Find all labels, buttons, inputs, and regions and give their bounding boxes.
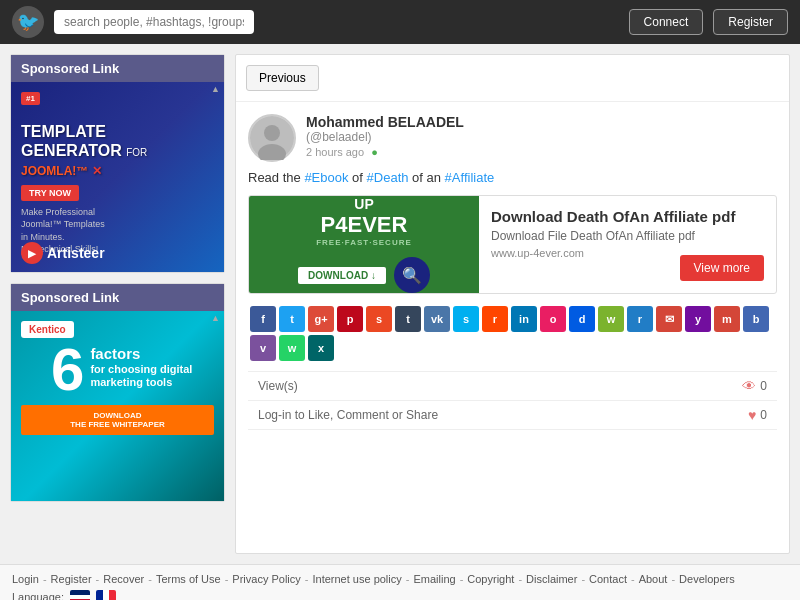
social-icon-gmail[interactable]: m [714,306,740,332]
register-button[interactable]: Register [713,9,788,35]
social-icon-linkedin[interactable]: in [511,306,537,332]
post-text-middle: of [348,170,366,185]
social-icon-digg[interactable]: d [569,306,595,332]
social-icon-reddit[interactable]: r [482,306,508,332]
footer-link-developers[interactable]: Developers [679,573,735,585]
main-layout: Sponsored Link ▲ #1 TEMPLATEGENERATOR FO… [0,44,800,564]
social-icon-stumbleupon[interactable]: s [366,306,392,332]
ad-1[interactable]: ▲ #1 TEMPLATEGENERATOR FORJOOMLA!™ ✕ TRY… [11,82,224,272]
footer-link-login[interactable]: Login [12,573,39,585]
ad-label-2: ▲ [211,313,220,323]
like-row[interactable]: Log-in to Like, Comment or Share ♥ 0 [248,401,777,430]
sponsored-block-2: Sponsored Link ▲ Kentico 6 factors for c… [10,283,225,502]
flag-fr[interactable] [96,590,116,600]
social-icon-xing[interactable]: x [308,335,334,361]
ad-label-1: ▲ [211,84,220,94]
social-icon-viber[interactable]: v [250,335,276,361]
views-count: 0 [760,379,767,393]
connect-button[interactable]: Connect [629,9,704,35]
footer-separator: - [671,573,675,585]
views-label: View(s) [258,379,298,393]
svg-point-1 [264,125,280,141]
language-row: Language: [12,590,788,600]
kentico-download-btn[interactable]: DOWNLOADTHE FREE WHITEPAPER [21,405,214,435]
social-icon-tumblr[interactable]: t [395,306,421,332]
ad-try-button[interactable]: TRY NOW [21,185,79,201]
login-to-like-label[interactable]: Log-in to Like, Comment or Share [258,408,438,422]
views-row: View(s) 👁 0 [248,372,777,401]
social-icon-yahoo[interactable]: y [685,306,711,332]
post-username: Mohammed BELAADEL [306,114,777,130]
social-icon-pinterest[interactable]: p [337,306,363,332]
link-card[interactable]: UP P4EVER FREE·FAST·SECURE DOWNLOAD ↓ 🔍 [248,195,777,294]
header: 🐦 Connect Register [0,0,800,44]
social-icon-wechat[interactable]: w [598,306,624,332]
sponsored-label-2: Sponsored Link [11,284,224,311]
ad-badge: #1 [21,92,40,105]
footer-link-recover[interactable]: Recover [103,573,144,585]
flag-uk[interactable] [70,590,90,600]
site-logo: 🐦 [12,6,44,38]
footer-link-copyright[interactable]: Copyright [467,573,514,585]
link-card-info: Download Death OfAn Affiliate pdf Downlo… [479,196,776,293]
eye-icon: 👁 [742,378,756,394]
sponsored-block-1: Sponsored Link ▲ #1 TEMPLATEGENERATOR FO… [10,54,225,273]
footer-separator: - [225,573,229,585]
post-meta: Mohammed BELAADEL (@belaadel) 2 hours ag… [306,114,777,158]
prev-button-bar: Previous [236,55,789,102]
post-text-middle2: of an [408,170,444,185]
social-icon-vk[interactable]: vk [424,306,450,332]
sponsored-label-1: Sponsored Link [11,55,224,82]
post-header: Mohammed BELAADEL (@belaadel) 2 hours ag… [248,114,777,162]
previous-button[interactable]: Previous [246,65,319,91]
post-time: 2 hours ago ● [306,146,777,158]
social-icon-renren[interactable]: r [627,306,653,332]
sidebar: Sponsored Link ▲ #1 TEMPLATEGENERATOR FO… [10,54,225,554]
social-icon-skype[interactable]: s [453,306,479,332]
brand-name: Artisteer [47,245,105,261]
footer-separator: - [96,573,100,585]
social-icon-social2[interactable]: b [743,306,769,332]
ad-for: FOR [126,147,147,158]
social-icon-whatsapp[interactable]: w [279,335,305,361]
post-stats: View(s) 👁 0 Log-in to Like, Comment or S… [248,371,777,430]
heart-icon: ♥ [748,407,756,423]
footer-separator: - [406,573,410,585]
up4ever-logo: UP P4EVER FREE·FAST·SECURE [298,196,430,247]
social-icon-facebook[interactable]: f [250,306,276,332]
death-link[interactable]: #Death [367,170,409,185]
social-icon-email[interactable]: ✉ [656,306,682,332]
affiliate-link[interactable]: #Affiliate [445,170,495,185]
footer-separator: - [148,573,152,585]
footer-link-about[interactable]: About [639,573,668,585]
kentico-factors2: for choosing digital [90,363,192,376]
joomla-icon: ✕ [92,164,102,178]
footer-links: Login - Register - Recover - Terms of Us… [12,573,788,585]
social-icon-twitter[interactable]: t [279,306,305,332]
post-handle: (@belaadel) [306,130,777,144]
language-label: Language: [12,591,64,600]
footer-link-privacy-policy[interactable]: Privacy Policy [232,573,300,585]
ad-2[interactable]: ▲ Kentico 6 factors for choosing digital… [11,311,224,501]
social-icons-bar: ftg+pstvksrinodwr✉ymbvwx [248,306,777,361]
ebook-link[interactable]: #Ebook [304,170,348,185]
footer-separator: - [43,573,47,585]
ad-title: TEMPLATEGENERATOR FORJOOMLA!™ ✕ [21,122,147,180]
footer-link-internet-use-policy[interactable]: Internet use policy [312,573,401,585]
footer-link-register[interactable]: Register [51,573,92,585]
brand-icon: ▶ [21,242,43,264]
search-input[interactable] [54,10,254,34]
post-text-before: Read the [248,170,304,185]
footer-separator: - [631,573,635,585]
footer-separator: - [460,573,464,585]
kentico-factors: factors [90,345,192,363]
footer-link-emailing[interactable]: Emailing [413,573,455,585]
social-icon-social1[interactable]: o [540,306,566,332]
footer-link-disclaimer[interactable]: Disclaimer [526,573,577,585]
social-icon-google-plus[interactable]: g+ [308,306,334,332]
footer-link-terms-of-use[interactable]: Terms of Use [156,573,221,585]
view-more-button[interactable]: View more [680,255,764,281]
link-card-title: Download Death OfAn Affiliate pdf [491,208,764,225]
footer-link-contact[interactable]: Contact [589,573,627,585]
footer-separator: - [305,573,309,585]
